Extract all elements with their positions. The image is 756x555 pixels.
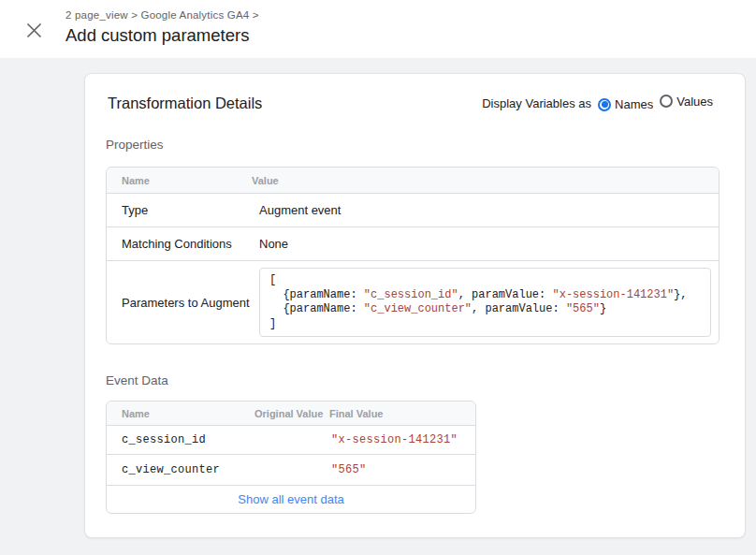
event-data-row: c_session_id"x-session-141231": [107, 426, 475, 455]
event-data-row: c_view_counter"565": [107, 455, 475, 486]
top-bar: 2 page_view > Google Analytics GA4 > Add…: [0, 0, 756, 58]
code-line: {paramName: "c_view_counter", paramValue…: [269, 302, 701, 317]
code-line: ]: [269, 317, 701, 332]
close-button[interactable]: [22, 19, 45, 41]
event-param-name: c_view_counter: [107, 455, 254, 486]
radio-option-names[interactable]: Names: [598, 97, 653, 111]
transformation-details-card: Transformation Details Display Variables…: [84, 73, 746, 538]
event-col-final: Final Value: [329, 402, 475, 426]
radio-option-label: Values: [676, 95, 713, 109]
radio-option-values[interactable]: Values: [660, 95, 713, 109]
page-background: Transformation Details Display Variables…: [0, 58, 756, 538]
property-value: [ {paramName: "c_session_id", paramValue…: [252, 261, 719, 343]
radio-group: NamesValues: [591, 95, 713, 112]
card-title: Transformation Details: [106, 95, 262, 112]
radio-selected-icon: [598, 98, 611, 111]
properties-row: TypeAugment event: [107, 194, 719, 227]
event-original-value: [254, 426, 329, 455]
property-name: Type: [107, 194, 252, 227]
event-final-value: "565": [329, 455, 475, 486]
page-title: Add custom parameters: [65, 24, 259, 47]
code-line: [: [269, 273, 701, 288]
radio-unselected-icon: [660, 95, 673, 108]
property-name: Matching Conditions: [107, 227, 252, 261]
event-data-section-label: Event Data: [106, 373, 724, 388]
properties-section-label: Properties: [106, 138, 724, 153]
properties-header-row: Name Value: [107, 168, 719, 194]
event-data-table: Name Original Value Final Value c_sessio…: [106, 401, 476, 514]
radio-option-label: Names: [615, 97, 653, 111]
header-text: 2 page_view > Google Analytics GA4 > Add…: [65, 8, 259, 47]
property-name: Parameters to Augment: [107, 261, 252, 343]
property-value: Augment event: [252, 194, 719, 227]
properties-row: Matching ConditionsNone: [107, 227, 719, 261]
parameters-code-block: [ {paramName: "c_session_id", paramValue…: [259, 268, 711, 337]
event-final-value: "x-session-141231": [329, 426, 475, 455]
display-variables-label: Display Variables as: [482, 96, 591, 110]
event-data-header-row: Name Original Value Final Value: [107, 402, 475, 426]
card-header: Transformation Details Display Variables…: [106, 93, 724, 113]
parameters-to-augment-row: Parameters to Augment[ {paramName: "c_se…: [107, 261, 719, 343]
event-original-value: [254, 455, 329, 486]
properties-col-value: Value: [252, 168, 719, 194]
properties-col-name: Name: [107, 168, 252, 194]
property-value: None: [252, 227, 719, 261]
event-param-name: c_session_id: [107, 426, 254, 455]
breadcrumb: 2 page_view > Google Analytics GA4 >: [65, 8, 259, 22]
show-all-event-data-link[interactable]: Show all event data: [238, 492, 343, 506]
event-data-footer-row: Show all event data: [107, 486, 475, 513]
event-col-original: Original Value: [254, 402, 329, 426]
code-line: {paramName: "c_session_id", paramValue: …: [269, 288, 701, 303]
event-col-name: Name: [107, 402, 254, 426]
properties-table: Name Value TypeAugment eventMatching Con…: [106, 167, 720, 344]
close-icon: [26, 22, 42, 38]
display-variables-toggle: Display Variables as NamesValues: [482, 95, 724, 112]
